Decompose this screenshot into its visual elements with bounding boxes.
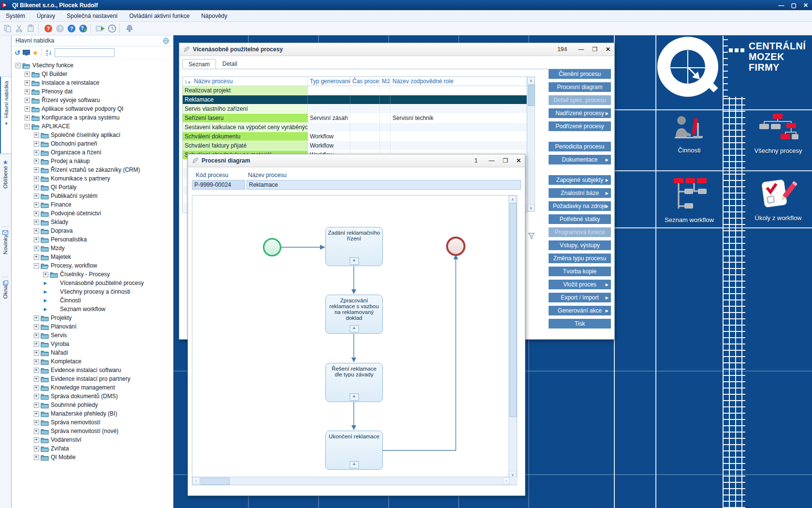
action-button[interactable]: Vstupy, výstupy (549, 240, 611, 250)
action-button[interactable]: Export / Import ▶ (549, 293, 611, 302)
table-row[interactable]: Realizovat projekt (183, 86, 527, 95)
help-red-icon[interactable]: ? (43, 23, 54, 34)
minimize-icon[interactable]: — (578, 46, 584, 53)
action-button[interactable]: Požadavky na zdroje ▶ (549, 201, 611, 211)
scroll-left-icon[interactable]: ‹ (192, 477, 200, 484)
action-button[interactable]: Potřebné statky (549, 214, 611, 224)
star-icon[interactable]: ★ (32, 49, 39, 57)
paste-icon[interactable] (25, 23, 37, 34)
close-icon[interactable]: ✕ (803, 2, 808, 9)
tree-expand-icon[interactable]: + (33, 237, 40, 242)
column-header[interactable]: Čas procesu (350, 77, 380, 86)
column-header[interactable]: Typ generované akce (308, 77, 350, 86)
tree-expand-icon[interactable]: − (14, 63, 21, 68)
refresh-icon[interactable]: ↺ (14, 49, 20, 57)
tree-expand-icon[interactable]: + (33, 368, 40, 373)
expand-subprocess-icon[interactable]: + (349, 325, 359, 332)
table-row[interactable]: Schválení dokumentu Workflow (183, 132, 527, 141)
tree-expand-icon[interactable]: + (33, 376, 40, 382)
tree-expand-icon[interactable]: + (33, 150, 40, 155)
diagram-node[interactable]: Zpracování reklamace s vazbou na reklamo… (325, 295, 383, 334)
bell-icon[interactable] (124, 23, 135, 34)
window-title-bar[interactable]: Vícenásobně použitelné procesy 194 — ❐ ✕ (179, 43, 614, 56)
app-window-controls[interactable]: — ▢ ✕ (779, 0, 808, 10)
tree-expand-icon[interactable]: + (33, 315, 40, 321)
tree-item[interactable]: + Instalace a reinstalace (12, 78, 173, 87)
tree-expand-icon[interactable]: + (33, 342, 40, 347)
desktop-icon-seznam-workflow[interactable]: Seznam workflow (651, 178, 728, 224)
action-button[interactable]: Změna typu procesu (549, 254, 611, 263)
tree-expand-icon[interactable]: + (33, 403, 40, 408)
tree-item[interactable]: + Číselníky - Procesy (12, 270, 173, 279)
tree-expand-icon[interactable]: − (24, 124, 30, 129)
tree-expand-icon[interactable]: + (33, 141, 40, 147)
tree-item[interactable]: + Konfigurace a správa systému (12, 113, 173, 122)
scroll-down-icon[interactable]: ∨ (527, 204, 535, 211)
process-code-field[interactable]: P-9999-00024 (192, 180, 245, 190)
tree-expand-icon[interactable]: + (33, 176, 40, 181)
tree-expand-icon[interactable]: + (33, 394, 40, 399)
tree-item[interactable]: + Řízení vztahů se zákazníky (CRM) (12, 165, 173, 174)
sidebar-tab-hlavni-nabidka[interactable]: Hlavní nabídka ▲ (0, 76, 12, 154)
tree-item[interactable]: + Vodárenství (12, 435, 173, 444)
close-icon[interactable]: ✕ (516, 157, 521, 164)
help-gray-icon[interactable]: ? (54, 23, 66, 34)
column-header[interactable]: MJ (380, 77, 391, 86)
diagram-canvas[interactable]: Zadání reklamačního řízení + Zpracování … (192, 195, 517, 485)
tree-expand-icon[interactable]: + (24, 115, 30, 120)
table-vertical-scrollbar[interactable]: ∧ ∨ (527, 76, 535, 212)
desktop-icon-vsechny-procesy[interactable]: Všechny procesy (740, 114, 812, 154)
tree-expand-icon[interactable]: ▶ (42, 307, 49, 312)
sort-az-icon[interactable]: A Z (46, 49, 52, 56)
action-button[interactable]: Periodicita procesu (549, 142, 611, 151)
tree-expand-icon[interactable]: + (33, 194, 40, 199)
tree-item[interactable]: + Aplikace softwarové podpory QI (12, 105, 173, 113)
tree-expand-icon[interactable]: + (24, 89, 30, 94)
help-blue-icon[interactable]: ? (66, 23, 77, 34)
tree-item[interactable]: ▶ Seznam workflow (12, 305, 173, 314)
tree-expand-icon[interactable]: + (33, 359, 40, 364)
maximize-icon[interactable]: ❐ (592, 46, 597, 53)
tree-expand-icon[interactable]: + (33, 437, 40, 443)
tree-expand-icon[interactable]: + (33, 202, 40, 208)
tree-item[interactable]: + Výroba (12, 340, 173, 348)
diagram-node[interactable]: Ukončení reklamace + (325, 431, 383, 470)
tree-item[interactable]: + Společné číselníky aplikací (12, 131, 173, 139)
tree-expand-icon[interactable]: + (33, 411, 40, 417)
sidebar-tab-oblibene[interactable]: ★ Oblíbené (0, 159, 11, 222)
tree-item[interactable]: + Organizace a řízení (12, 148, 173, 157)
expand-subprocess-icon[interactable]: + (349, 393, 359, 401)
action-button[interactable]: Znalostní báze ▶ (549, 188, 611, 198)
tree-item[interactable]: + QI Builder (12, 70, 173, 78)
action-button[interactable]: Nadřízené procesy ▶ (549, 108, 611, 118)
menu-item[interactable]: Ovládání aktivní funkce (123, 11, 195, 21)
tree-item[interactable]: + Finance (12, 200, 173, 209)
table-row[interactable]: Servis vlastního zařízení (183, 105, 527, 114)
desktop-icon-ukoly-workflow[interactable]: Úkoly z workflow (740, 177, 812, 222)
tree-item[interactable]: + Doprava (12, 226, 173, 235)
column-header[interactable]: Název zodpovědné role (391, 77, 527, 86)
tree-item[interactable]: + Manažerské přehledy (BI) (12, 409, 173, 418)
tree-item[interactable]: + Publikační systém (12, 192, 173, 200)
tree-item[interactable]: + QI Mobile (12, 453, 173, 462)
scroll-up-icon[interactable]: ∧ (509, 195, 516, 203)
tab-detail[interactable]: Detail (216, 59, 244, 69)
tree-expand-icon[interactable]: + (33, 228, 40, 234)
tree-expand-icon[interactable]: + (42, 272, 49, 277)
tree-item[interactable]: + Personalistika (12, 235, 173, 244)
tree-expand-icon[interactable]: + (33, 185, 40, 190)
action-button[interactable]: Zapojené subjekty ▶ (549, 175, 611, 185)
tree-item[interactable]: + Nářadí (12, 348, 173, 357)
tree-item[interactable]: + Komunikace s partnery (12, 174, 173, 183)
tree-item[interactable]: + Majetek (12, 253, 173, 261)
tree-item[interactable]: + Servis (12, 331, 173, 340)
tree-item[interactable]: + Řízení vývoje softwaru (12, 96, 173, 105)
menu-item[interactable]: Úpravy (31, 11, 61, 21)
filter-funnel-icon[interactable] (528, 233, 535, 239)
tree-item[interactable]: + Evidence instalací pro partnery (12, 374, 173, 383)
tree-expand-icon[interactable]: ▶ (42, 298, 49, 303)
tree-expand-icon[interactable]: + (33, 350, 40, 356)
diagram-start-event[interactable] (263, 238, 281, 256)
close-icon[interactable]: ✕ (606, 46, 610, 53)
maximize-icon[interactable]: ▢ (791, 2, 797, 9)
